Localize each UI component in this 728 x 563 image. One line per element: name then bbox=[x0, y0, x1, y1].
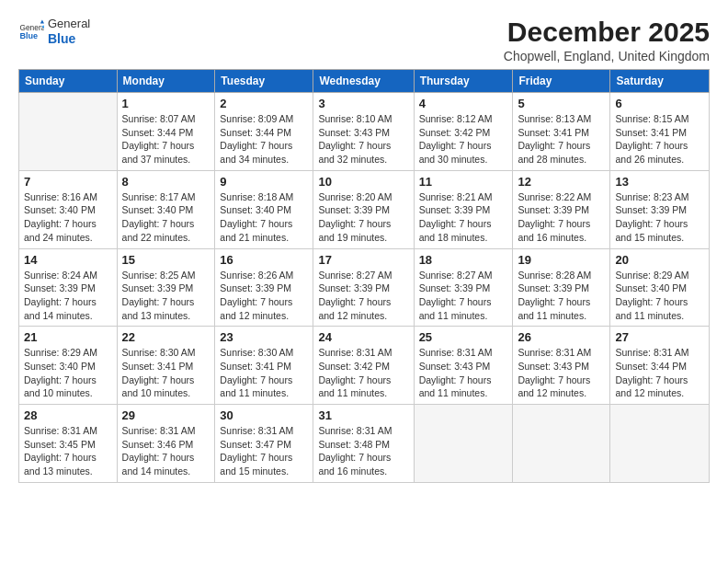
calendar-cell: 24Sunrise: 8:31 AMSunset: 3:42 PMDayligh… bbox=[313, 327, 414, 405]
calendar-cell: 31Sunrise: 8:31 AMSunset: 3:48 PMDayligh… bbox=[313, 405, 414, 483]
calendar-header: Sunday Monday Tuesday Wednesday Thursday… bbox=[19, 70, 710, 93]
calendar-week-2: 7Sunrise: 8:16 AMSunset: 3:40 PMDaylight… bbox=[19, 170, 710, 248]
day-info: Sunrise: 8:31 AMSunset: 3:43 PMDaylight:… bbox=[518, 346, 605, 400]
day-info: Sunrise: 8:18 AMSunset: 3:40 PMDaylight:… bbox=[220, 190, 308, 245]
day-number: 9 bbox=[220, 175, 308, 189]
calendar-cell: 3Sunrise: 8:10 AMSunset: 3:43 PMDaylight… bbox=[313, 93, 414, 171]
logo-blue-text: Blue bbox=[48, 31, 90, 47]
day-number: 29 bbox=[122, 408, 210, 422]
day-number: 2 bbox=[220, 97, 308, 110]
svg-text:Blue: Blue bbox=[19, 32, 38, 41]
logo-icon: General Blue bbox=[18, 18, 44, 44]
calendar-week-4: 21Sunrise: 8:29 AMSunset: 3:40 PMDayligh… bbox=[19, 327, 710, 405]
calendar-cell: 14Sunrise: 8:24 AMSunset: 3:39 PMDayligh… bbox=[19, 248, 118, 327]
calendar-cell: 10Sunrise: 8:20 AMSunset: 3:39 PMDayligh… bbox=[313, 170, 414, 248]
col-wednesday: Wednesday bbox=[313, 70, 414, 93]
day-info: Sunrise: 8:31 AMSunset: 3:48 PMDaylight:… bbox=[318, 424, 408, 478]
day-info: Sunrise: 8:17 AMSunset: 3:40 PMDaylight:… bbox=[122, 190, 210, 245]
page-subtitle: Chopwell, England, United Kingdom bbox=[504, 49, 710, 63]
day-number: 30 bbox=[220, 408, 308, 422]
day-info: Sunrise: 8:23 AMSunset: 3:39 PMDaylight:… bbox=[615, 190, 704, 245]
calendar-cell: 12Sunrise: 8:22 AMSunset: 3:39 PMDayligh… bbox=[513, 170, 610, 248]
day-number: 1 bbox=[122, 97, 210, 110]
day-info: Sunrise: 8:31 AMSunset: 3:44 PMDaylight:… bbox=[615, 346, 704, 400]
calendar-cell bbox=[19, 93, 118, 171]
day-number: 3 bbox=[318, 97, 408, 110]
calendar-cell: 15Sunrise: 8:25 AMSunset: 3:39 PMDayligh… bbox=[117, 248, 215, 327]
calendar-cell: 9Sunrise: 8:18 AMSunset: 3:40 PMDaylight… bbox=[215, 170, 313, 248]
day-number: 4 bbox=[419, 97, 508, 110]
svg-marker-2 bbox=[40, 20, 44, 24]
day-info: Sunrise: 8:07 AMSunset: 3:44 PMDaylight:… bbox=[122, 112, 210, 167]
title-block: December 2025 Chopwell, England, United … bbox=[504, 17, 710, 63]
day-number: 17 bbox=[318, 253, 408, 267]
day-number: 18 bbox=[419, 253, 508, 267]
col-saturday: Saturday bbox=[610, 70, 710, 93]
day-number: 21 bbox=[24, 330, 112, 344]
day-info: Sunrise: 8:22 AMSunset: 3:39 PMDaylight:… bbox=[518, 190, 605, 245]
day-info: Sunrise: 8:31 AMSunset: 3:47 PMDaylight:… bbox=[220, 424, 308, 478]
col-thursday: Thursday bbox=[414, 70, 513, 93]
day-info: Sunrise: 8:15 AMSunset: 3:41 PMDaylight:… bbox=[615, 112, 704, 167]
calendar-cell bbox=[513, 405, 610, 483]
weekday-row: Sunday Monday Tuesday Wednesday Thursday… bbox=[19, 70, 710, 93]
calendar-cell: 18Sunrise: 8:27 AMSunset: 3:39 PMDayligh… bbox=[414, 248, 513, 327]
calendar-cell bbox=[414, 405, 513, 483]
day-number: 28 bbox=[24, 408, 112, 422]
day-number: 31 bbox=[318, 408, 408, 422]
day-info: Sunrise: 8:09 AMSunset: 3:44 PMDaylight:… bbox=[220, 112, 308, 167]
day-number: 8 bbox=[122, 175, 210, 189]
calendar-cell: 21Sunrise: 8:29 AMSunset: 3:40 PMDayligh… bbox=[19, 327, 118, 405]
day-info: Sunrise: 8:29 AMSunset: 3:40 PMDaylight:… bbox=[24, 346, 112, 400]
calendar-cell: 29Sunrise: 8:31 AMSunset: 3:46 PMDayligh… bbox=[117, 405, 215, 483]
calendar-cell: 5Sunrise: 8:13 AMSunset: 3:41 PMDaylight… bbox=[513, 93, 610, 171]
calendar-cell: 8Sunrise: 8:17 AMSunset: 3:40 PMDaylight… bbox=[117, 170, 215, 248]
day-number: 25 bbox=[419, 330, 508, 344]
day-info: Sunrise: 8:20 AMSunset: 3:39 PMDaylight:… bbox=[318, 190, 408, 245]
day-info: Sunrise: 8:31 AMSunset: 3:43 PMDaylight:… bbox=[419, 346, 508, 400]
calendar-cell: 27Sunrise: 8:31 AMSunset: 3:44 PMDayligh… bbox=[610, 327, 710, 405]
day-info: Sunrise: 8:25 AMSunset: 3:39 PMDaylight:… bbox=[122, 269, 210, 323]
calendar-cell: 30Sunrise: 8:31 AMSunset: 3:47 PMDayligh… bbox=[215, 405, 313, 483]
day-info: Sunrise: 8:30 AMSunset: 3:41 PMDaylight:… bbox=[122, 346, 210, 400]
calendar-cell: 23Sunrise: 8:30 AMSunset: 3:41 PMDayligh… bbox=[215, 327, 313, 405]
calendar-cell: 13Sunrise: 8:23 AMSunset: 3:39 PMDayligh… bbox=[610, 170, 710, 248]
page-title: December 2025 bbox=[504, 17, 710, 47]
logo: General Blue General Blue bbox=[18, 17, 90, 46]
day-info: Sunrise: 8:26 AMSunset: 3:39 PMDaylight:… bbox=[220, 269, 308, 323]
day-info: Sunrise: 8:31 AMSunset: 3:46 PMDaylight:… bbox=[122, 424, 210, 478]
col-tuesday: Tuesday bbox=[215, 70, 313, 93]
calendar-cell: 25Sunrise: 8:31 AMSunset: 3:43 PMDayligh… bbox=[414, 327, 513, 405]
day-info: Sunrise: 8:30 AMSunset: 3:41 PMDaylight:… bbox=[220, 346, 308, 400]
header: General Blue General Blue December 2025 … bbox=[18, 17, 710, 63]
day-info: Sunrise: 8:24 AMSunset: 3:39 PMDaylight:… bbox=[24, 269, 112, 323]
calendar-cell: 7Sunrise: 8:16 AMSunset: 3:40 PMDaylight… bbox=[19, 170, 118, 248]
day-info: Sunrise: 8:28 AMSunset: 3:39 PMDaylight:… bbox=[518, 269, 605, 323]
day-number: 11 bbox=[419, 175, 508, 189]
calendar-week-3: 14Sunrise: 8:24 AMSunset: 3:39 PMDayligh… bbox=[19, 248, 710, 327]
day-number: 24 bbox=[318, 330, 408, 344]
day-info: Sunrise: 8:27 AMSunset: 3:39 PMDaylight:… bbox=[318, 269, 408, 323]
svg-text:General: General bbox=[19, 23, 44, 32]
day-number: 19 bbox=[518, 253, 605, 267]
calendar-table: Sunday Monday Tuesday Wednesday Thursday… bbox=[18, 69, 710, 483]
day-number: 13 bbox=[615, 175, 704, 189]
day-info: Sunrise: 8:13 AMSunset: 3:41 PMDaylight:… bbox=[518, 112, 605, 167]
day-number: 23 bbox=[220, 330, 308, 344]
calendar-week-1: 1Sunrise: 8:07 AMSunset: 3:44 PMDaylight… bbox=[19, 93, 710, 171]
day-number: 5 bbox=[518, 97, 605, 110]
calendar-cell: 2Sunrise: 8:09 AMSunset: 3:44 PMDaylight… bbox=[215, 93, 313, 171]
day-number: 15 bbox=[122, 253, 210, 267]
calendar-body: 1Sunrise: 8:07 AMSunset: 3:44 PMDaylight… bbox=[19, 93, 710, 483]
logo-general-text: General bbox=[48, 17, 90, 31]
day-number: 22 bbox=[122, 330, 210, 344]
calendar-cell: 22Sunrise: 8:30 AMSunset: 3:41 PMDayligh… bbox=[117, 327, 215, 405]
calendar-cell: 16Sunrise: 8:26 AMSunset: 3:39 PMDayligh… bbox=[215, 248, 313, 327]
day-info: Sunrise: 8:31 AMSunset: 3:45 PMDaylight:… bbox=[24, 424, 112, 478]
day-number: 12 bbox=[518, 175, 605, 189]
calendar-cell: 1Sunrise: 8:07 AMSunset: 3:44 PMDaylight… bbox=[117, 93, 215, 171]
day-info: Sunrise: 8:10 AMSunset: 3:43 PMDaylight:… bbox=[318, 112, 408, 167]
calendar-cell: 11Sunrise: 8:21 AMSunset: 3:39 PMDayligh… bbox=[414, 170, 513, 248]
day-number: 16 bbox=[220, 253, 308, 267]
calendar-cell: 20Sunrise: 8:29 AMSunset: 3:40 PMDayligh… bbox=[610, 248, 710, 327]
